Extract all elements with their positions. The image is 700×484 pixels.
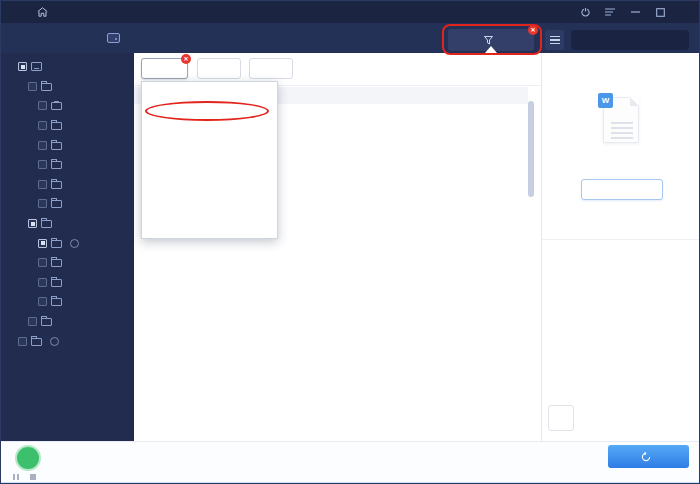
scan-complete-icon [15,445,41,471]
tree-item[interactable] [1,77,134,97]
tree-checkbox[interactable] [28,219,37,228]
filter-category-button[interactable] [197,58,241,79]
folder-icon [51,161,62,169]
tree-item[interactable] [1,135,134,155]
home-icon [37,7,48,17]
pause-button[interactable] [13,474,19,480]
tree-checkbox[interactable] [38,199,47,208]
folder-deleted-icon [51,240,62,248]
help-icon[interactable] [50,337,59,346]
tree-checkbox[interactable] [28,82,37,91]
folder-deleted-icon [51,259,62,267]
tree-item[interactable] [1,116,134,136]
tree-checkbox[interactable] [38,160,47,169]
navbar: ✕ [1,23,700,53]
filter-category-button[interactable]: ✕ [141,58,188,79]
tree-item[interactable] [1,253,134,273]
search-box [571,30,689,50]
list-view-button[interactable] [545,30,564,50]
stop-button[interactable] [30,474,36,480]
folder-icon [41,318,52,326]
minimize-icon[interactable] [627,4,643,20]
search-input[interactable] [571,36,693,45]
folder-tag-icon [31,338,42,346]
tree-item[interactable] [1,292,134,312]
folder-icon [51,122,62,130]
menu-icon[interactable] [602,4,618,20]
folder-icon [51,142,62,150]
folder-deleted-icon [41,220,52,228]
file-details [542,239,700,250]
tree-item[interactable] [1,194,134,214]
type-filter-dropdown [141,81,278,239]
tree-checkbox[interactable] [38,258,47,267]
tree-checkbox[interactable] [38,101,47,110]
maximize-icon[interactable] [652,4,668,20]
power-icon[interactable] [577,4,593,20]
preview-panel: W [541,53,700,441]
tree-item[interactable] [1,175,134,195]
filter-category-button[interactable] [249,58,293,79]
tree-checkbox[interactable] [18,337,27,346]
tree-checkbox[interactable] [38,180,47,189]
sidebar-tree [1,53,134,441]
dropdown-pointer [485,46,497,53]
tree-checkbox[interactable] [38,278,47,287]
word-annotation-ellipse [145,101,269,121]
drive-icon [107,33,120,43]
tree-item[interactable] [1,331,134,351]
folder-icon [51,298,62,306]
tree-checkbox[interactable] [38,121,47,130]
tree-item[interactable] [1,233,134,253]
recover-icon [641,452,651,462]
list-scrollbar[interactable] [528,101,534,197]
folder-icon [51,200,62,208]
tree-item[interactable] [1,155,134,175]
tree-checkbox[interactable] [38,239,47,248]
disk-icon [31,62,42,71]
return-home-button[interactable] [37,7,55,17]
tree-checkbox[interactable] [18,62,27,71]
file-list-area: ✕ [134,53,541,441]
funnel-icon [484,36,493,45]
breadcrumb [107,23,162,53]
tree-item[interactable] [1,57,134,77]
folder-deleted-icon [41,83,52,91]
word-badge-icon: W [598,93,613,108]
type-badge: ✕ [181,54,191,64]
status-bar [1,441,700,482]
recover-button[interactable] [608,445,689,468]
folder-icon [51,181,62,189]
titlebar [1,1,700,23]
close-icon[interactable] [677,4,693,20]
app-window: ✕ [0,0,700,484]
help-icon[interactable] [70,239,79,248]
tree-item[interactable] [1,96,134,116]
tree-checkbox[interactable] [38,141,47,150]
filter-badge: ✕ [528,25,538,35]
tree-item[interactable] [1,214,134,234]
tree-checkbox[interactable] [28,317,37,326]
tree-item[interactable] [1,312,134,332]
tree-checkbox[interactable] [38,297,47,306]
expand-panel-button[interactable] [548,405,574,431]
tree-item[interactable] [1,273,134,293]
bin-icon [51,102,62,110]
folder-icon [51,279,62,287]
preview-button[interactable] [581,179,663,200]
